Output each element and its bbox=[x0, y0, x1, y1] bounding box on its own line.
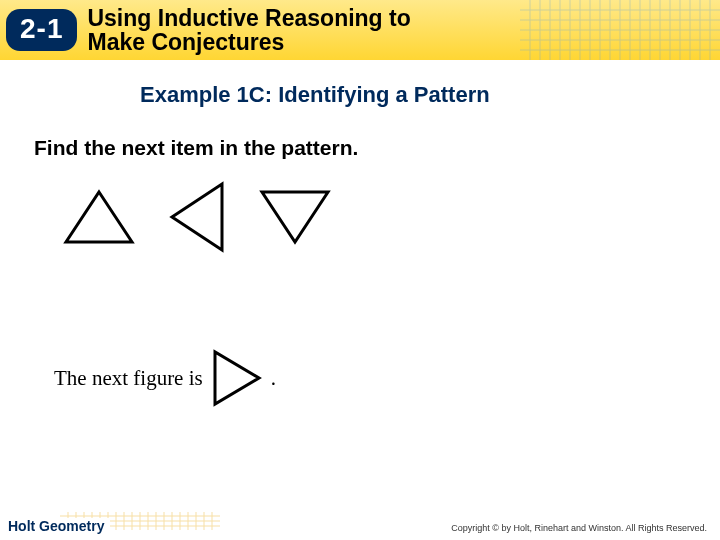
answer-text: The next figure is bbox=[54, 366, 203, 391]
answer-period: . bbox=[271, 366, 276, 391]
lesson-title-line2: Make Conjectures bbox=[87, 29, 284, 55]
footer-copyright: Copyright © by Holt, Rinehart and Winsto… bbox=[448, 522, 710, 534]
lesson-title-line1: Using Inductive Reasoning to bbox=[87, 5, 410, 31]
triangle-left-icon bbox=[166, 178, 228, 256]
svg-marker-25 bbox=[172, 184, 222, 250]
answer-row: The next figure is . bbox=[54, 346, 720, 410]
instruction-text: Find the next item in the pattern. bbox=[34, 136, 720, 160]
svg-marker-27 bbox=[215, 352, 259, 404]
section-number-badge: 2-1 bbox=[6, 9, 77, 51]
svg-marker-26 bbox=[262, 192, 328, 242]
pattern-sequence bbox=[60, 178, 720, 256]
triangle-down-icon bbox=[256, 186, 334, 248]
header-grid-decoration bbox=[520, 0, 720, 60]
footer-brand: Holt Geometry bbox=[8, 518, 110, 534]
footer: Holt Geometry Copyright © by Holt, Rineh… bbox=[0, 510, 720, 540]
header-bar: 2-1 Using Inductive Reasoning to Make Co… bbox=[0, 0, 720, 60]
triangle-right-icon bbox=[209, 346, 265, 410]
example-title: Example 1C: Identifying a Pattern bbox=[140, 82, 720, 108]
lesson-title: Using Inductive Reasoning to Make Conjec… bbox=[87, 6, 410, 54]
triangle-up-icon bbox=[60, 186, 138, 248]
svg-marker-24 bbox=[66, 192, 132, 242]
